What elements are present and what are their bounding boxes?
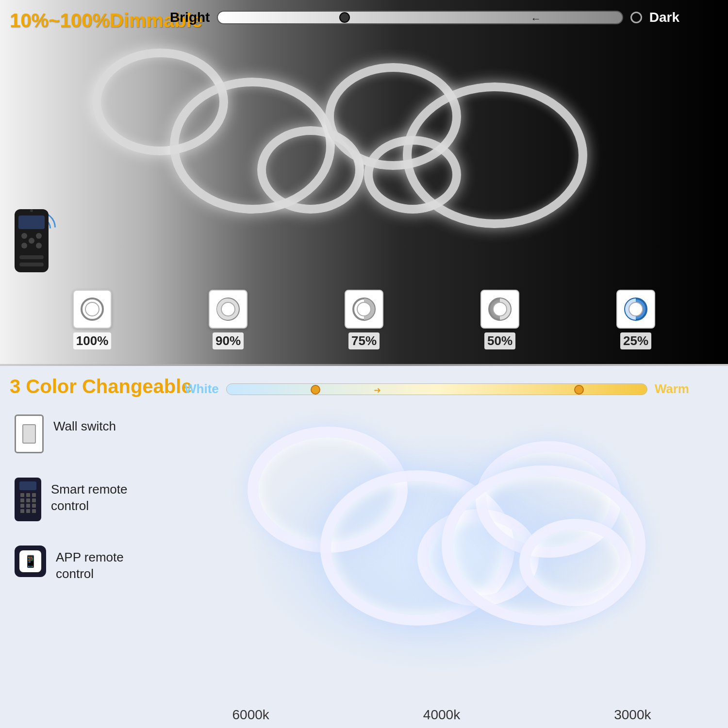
app-remote-label: APP remote control [56, 549, 150, 582]
svg-rect-7 [19, 255, 44, 259]
brightness-item-50: 50% [480, 290, 519, 349]
warm-label: Warm [655, 381, 689, 397]
svg-point-13 [221, 302, 235, 316]
brightness-indicators: 100% 90% 75% [24, 290, 704, 349]
bright-label: Bright [170, 10, 210, 25]
color-temp-4000k: 4000k [423, 707, 460, 723]
brightness-item-100: 100% [73, 290, 112, 349]
svg-point-4 [21, 243, 27, 248]
smart-remote-label: Smart remote control [51, 481, 150, 514]
white-label: White [184, 381, 219, 397]
brightness-icon-50 [480, 290, 519, 329]
top-section: 10%~100%Dimmable Bright ← Dark [0, 0, 728, 364]
dimmer-bar-container: Bright ← Dark [170, 10, 679, 25]
wall-switch-icon [15, 414, 44, 453]
dimmer-end-circle [630, 12, 642, 23]
color-title: 3 Color Changeable [10, 376, 192, 397]
color-temp-labels: 6000k 4000k 3000k [155, 707, 728, 723]
svg-point-3 [36, 233, 42, 239]
svg-rect-8 [19, 263, 44, 266]
brightness-item-75: 75% [345, 290, 383, 349]
brightness-item-90: 90% [209, 290, 248, 349]
svg-point-6 [29, 238, 34, 244]
brightness-pct-50: 50% [484, 332, 515, 349]
svg-rect-1 [18, 215, 45, 229]
rings-bottom [223, 412, 660, 694]
dark-label: Dark [649, 10, 679, 25]
ring-6 [403, 83, 587, 228]
remote-control-top [10, 207, 53, 277]
svg-point-2 [21, 233, 27, 239]
brightness-pct-75: 75% [348, 332, 380, 349]
ring-bottom-6 [442, 465, 645, 626]
svg-point-17 [493, 302, 507, 316]
smart-remote-item: Smart remote control [15, 478, 150, 521]
color-arrow-icon: ➜ [374, 385, 381, 396]
wall-switch-label: Wall switch [53, 418, 116, 435]
svg-point-15 [357, 302, 371, 316]
brightness-icon-100 [73, 290, 112, 329]
app-remote-icon: 📱 [15, 546, 46, 577]
svg-point-11 [85, 302, 99, 316]
color-dot-left[interactable] [311, 385, 320, 395]
color-track[interactable]: ➜ [226, 383, 647, 395]
brightness-pct-90: 90% [213, 332, 244, 349]
ceiling-rings-top [73, 39, 631, 281]
bottom-section: 3 Color Changeable White ➜ Warm Wall swi… [0, 366, 728, 728]
brightness-icon-25 [616, 290, 655, 329]
dimmer-track[interactable]: ← [217, 11, 623, 24]
brightness-icon-75 [345, 290, 383, 329]
svg-point-9 [30, 209, 33, 212]
controls-column: Wall switch [15, 414, 150, 582]
color-dot-right[interactable] [574, 385, 584, 395]
color-temp-3000k: 3000k [614, 707, 651, 723]
brightness-icon-90 [209, 290, 248, 329]
smart-remote-icon [15, 478, 41, 521]
light-display-bottom [155, 405, 728, 701]
brightness-pct-100: 100% [73, 332, 112, 349]
brightness-item-25: 25% [616, 290, 655, 349]
dimmer-arrow-icon: ← [530, 13, 541, 25]
dimmer-knob[interactable] [339, 12, 350, 23]
color-bar-container: White ➜ Warm [184, 381, 689, 397]
svg-point-5 [36, 243, 42, 248]
brightness-pct-25: 25% [620, 332, 651, 349]
app-remote-item: 📱 APP remote control [15, 546, 150, 582]
svg-point-19 [629, 302, 643, 316]
wall-switch-item: Wall switch [15, 414, 150, 453]
color-temp-6000k: 6000k [232, 707, 269, 723]
